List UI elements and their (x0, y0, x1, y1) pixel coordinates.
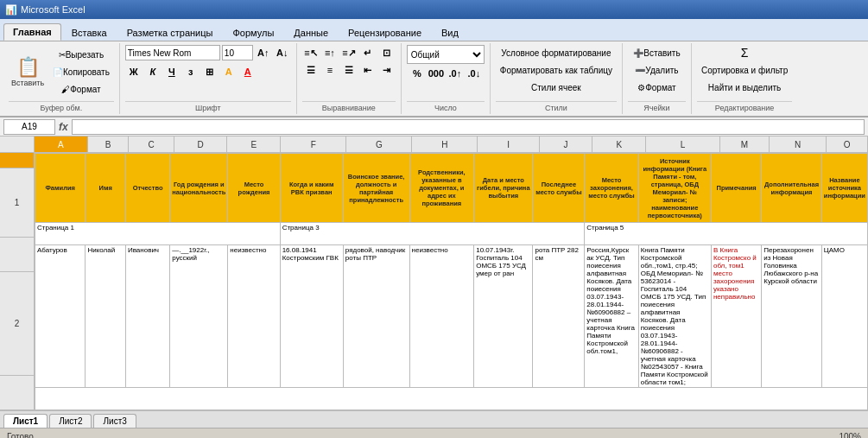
format-painter-button[interactable]: 🖌 Формат (48, 82, 114, 98)
format-as-table-button[interactable]: Форматировать как таблицу (496, 62, 617, 78)
strikethrough-button[interactable]: з (182, 64, 200, 79)
align-right-button[interactable]: ☰ (340, 62, 358, 78)
col-header-i[interactable]: I (478, 136, 539, 152)
col-header-c[interactable]: C (129, 136, 174, 152)
merge-button[interactable]: ⊡ (378, 45, 396, 60)
col-header-k[interactable]: K (592, 136, 646, 152)
align-left-button[interactable]: ☰ (302, 62, 320, 78)
col-header-a[interactable]: A (35, 136, 88, 152)
percent-button[interactable]: % (409, 66, 426, 81)
font-content: A↑ A↓ Ж К Ч з ⊞ A A (125, 45, 291, 99)
name-box[interactable] (3, 119, 55, 135)
status-bar: Готово 100% (0, 428, 868, 438)
font-name-input[interactable] (125, 45, 220, 60)
tab-home[interactable]: Главная (3, 23, 61, 41)
cell-year[interactable]: —.__1922г., русский (170, 245, 228, 388)
col-header-j[interactable]: J (540, 136, 593, 152)
number-format-select[interactable]: Общий (407, 45, 485, 64)
sum-button[interactable]: Σ (737, 45, 753, 60)
col-header-f[interactable]: F (281, 136, 346, 152)
row-num-1[interactable]: 1 (0, 168, 34, 238)
underline-button[interactable]: Ч (163, 64, 181, 79)
sheet-tab-3[interactable]: Лист3 (93, 414, 136, 428)
header-birthplace: Место рождения (228, 154, 280, 223)
cell-last-unit[interactable]: рота ПТР 282 см (533, 245, 585, 388)
bold-button[interactable]: Ж (125, 64, 143, 79)
paste-button[interactable]: 📋 Вставить (9, 48, 47, 98)
header-notes: Примечания (711, 154, 761, 223)
cell-conscription[interactable]: 16.08.1941 Костромским ГВК (280, 245, 343, 388)
sheet-tab-2[interactable]: Лист2 (49, 414, 92, 428)
wrap-text-button[interactable]: ↵ (359, 45, 377, 60)
sort-filter-button[interactable]: Сортировка и фильтр (697, 62, 792, 78)
cell-notes[interactable]: В Книга Костромско й обл, том1 место зах… (711, 245, 761, 388)
col-header-d[interactable]: D (174, 136, 228, 152)
cell-source[interactable]: Книга Памяти Костромской обл.,том1, стр.… (638, 245, 711, 388)
cut-button[interactable]: ✂ Вырезать (48, 48, 114, 63)
tab-page-layout[interactable]: Разметка страницы (117, 24, 223, 41)
cell-death[interactable]: 10.07.1943г. Госпиталь 104 ОМСБ 175 УСД … (474, 245, 533, 388)
cell-name[interactable]: Николай (86, 245, 126, 388)
font-label: Шрифт (125, 101, 291, 112)
decrease-font-button[interactable]: A↓ (274, 45, 291, 60)
cell-styles-button[interactable]: Стили ячеек (527, 79, 586, 95)
font-size-input[interactable] (222, 45, 253, 60)
tab-formulas[interactable]: Формулы (223, 24, 283, 41)
cells-group: ➕ Вставить ➖ Удалить ⚙ Формат Ячейки (623, 43, 692, 114)
watermark-empty (35, 388, 868, 410)
col-header-b[interactable]: B (88, 136, 130, 152)
tab-review[interactable]: Рецензирование (339, 24, 431, 41)
tab-insert[interactable]: Вставка (62, 24, 117, 41)
row-num-2[interactable]: 2 (0, 272, 34, 376)
col-header-g[interactable]: G (346, 136, 412, 152)
cells-content: ➕ Вставить ➖ Удалить ⚙ Формат (629, 45, 684, 99)
col-header-o[interactable]: O (827, 136, 868, 152)
watermark-row-2 (35, 388, 868, 410)
cell-rank[interactable]: рядовой, наводчик роты ПТР (343, 245, 409, 388)
cell-relatives[interactable]: неизвестно (409, 245, 474, 388)
conditional-format-button[interactable]: Условное форматирование (497, 45, 615, 60)
col-header-h[interactable]: H (412, 136, 478, 152)
number-label: Число (407, 101, 485, 112)
col-header-n[interactable]: N (770, 136, 827, 152)
formula-input[interactable] (72, 119, 865, 135)
border-button[interactable]: ⊞ (201, 64, 219, 79)
tab-view[interactable]: Вид (432, 24, 468, 41)
col-headers: A B C D E F G H I J K L M N O (0, 136, 868, 153)
align-top-left-button[interactable]: ≡↖ (302, 45, 320, 60)
align-center-button[interactable]: ≡ (321, 62, 339, 78)
align-top-right-button[interactable]: ≡↗ (340, 45, 358, 60)
alignment-row1: ≡↖ ≡↑ ≡↗ ↵ ⊡ (302, 45, 396, 60)
increase-indent-button[interactable]: ⇥ (378, 62, 396, 78)
find-select-button[interactable]: Найти и выделить (704, 79, 785, 95)
increase-font-button[interactable]: A↑ (255, 45, 272, 60)
comma-button[interactable]: 000 (428, 66, 445, 81)
font-color-button[interactable]: A (239, 64, 257, 79)
col-header-e[interactable]: E (227, 136, 281, 152)
copy-button[interactable]: 📄 Копировать (48, 65, 114, 80)
cell-patronymic[interactable]: Иванович (125, 245, 169, 388)
fill-color-button[interactable]: A (220, 64, 238, 79)
decrease-decimal-button[interactable]: .0↓ (466, 66, 483, 81)
cell-source-title[interactable]: ЦАМО (821, 245, 867, 388)
row-numbers: 1 2 (0, 153, 35, 410)
cell-additional[interactable]: Перезахоронен из Новая Головинка Любажск… (762, 245, 822, 388)
col-header-l[interactable]: L (646, 136, 720, 152)
increase-decimal-button[interactable]: .0↑ (447, 66, 464, 81)
insert-cells-button[interactable]: ➕ Вставить (629, 45, 684, 60)
tab-data[interactable]: Данные (284, 24, 338, 41)
cell-burial[interactable]: Россия,Курск ак УСД. Тип поиесения алфав… (585, 245, 638, 388)
header-row: Фамилия Имя Отчество Год рождения и наци… (35, 154, 868, 223)
format-cells-button[interactable]: ⚙ Формат (633, 79, 681, 95)
col-header-m[interactable]: M (720, 136, 770, 152)
row-num-empty[interactable] (0, 153, 34, 168)
clipboard-group: 📋 Вставить ✂ Вырезать 📄 Копировать 🖌 Фор… (3, 43, 120, 114)
editing-content: Σ Сортировка и фильтр Найти и выделить (697, 45, 792, 99)
cell-surname[interactable]: Абатуров (35, 245, 86, 388)
delete-cells-button[interactable]: ➖ Удалить (630, 62, 682, 78)
align-top-center-button[interactable]: ≡↑ (321, 45, 339, 60)
decrease-indent-button[interactable]: ⇤ (359, 62, 377, 78)
italic-button[interactable]: К (144, 64, 162, 79)
sheet-tab-1[interactable]: Лист1 (3, 414, 48, 428)
cell-birthplace[interactable]: неизвестно (228, 245, 280, 388)
